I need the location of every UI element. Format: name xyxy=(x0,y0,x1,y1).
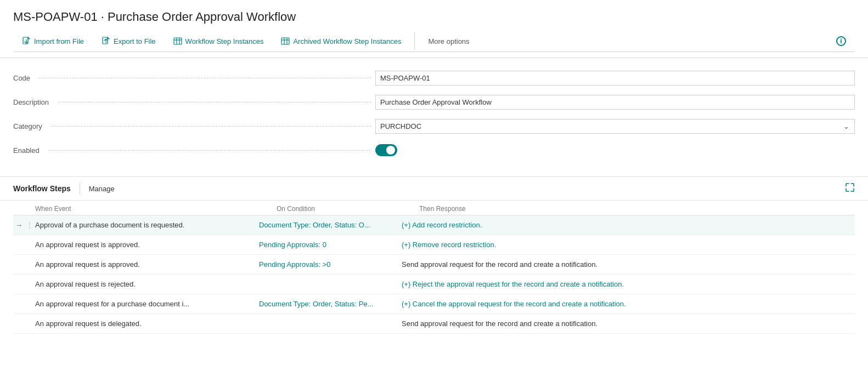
import-from-file-button[interactable]: Import from File xyxy=(13,31,93,51)
table-body: → ⋮ Approval of a purchase document is r… xyxy=(13,215,855,334)
row-then-response: Send approval request for the record and… xyxy=(397,257,855,272)
row-on-condition: Pending Approvals: 0 xyxy=(255,237,397,252)
row-on-condition xyxy=(255,321,397,327)
archived-instances-label: Archived Workflow Step Instances xyxy=(293,37,401,45)
row-when-event: An approval request is delegated. xyxy=(35,316,255,331)
workflow-instances-label: Workflow Step Instances xyxy=(185,37,264,45)
drag-handle[interactable]: ⋮ xyxy=(26,221,35,229)
enabled-field xyxy=(375,144,855,156)
col-then-response-header: Then Response xyxy=(419,205,855,213)
archived-workflow-step-instances-button[interactable]: Archived Workflow Step Instances xyxy=(272,31,410,51)
table-header: When Event On Condition Then Response xyxy=(13,201,855,215)
row-when-event: An approval request is rejected. xyxy=(35,277,255,292)
expand-icon[interactable] xyxy=(845,182,855,195)
row-then-response: (+) Add record restriction. xyxy=(397,218,855,232)
import-label: Import from File xyxy=(34,37,84,45)
page-header: MS-POAPW-01 · Purchase Order Approval Wo… xyxy=(0,0,868,58)
export-label: Export to File xyxy=(114,37,156,45)
import-icon xyxy=(22,37,31,45)
category-row: Category PURCHDOC ⌄ xyxy=(13,117,855,135)
category-dots xyxy=(51,126,371,127)
category-label-group: Category xyxy=(13,122,375,130)
category-select[interactable]: PURCHDOC xyxy=(375,119,855,134)
description-field xyxy=(375,95,855,110)
archived-instances-icon xyxy=(281,37,290,45)
code-field xyxy=(375,71,855,85)
enabled-toggle[interactable] xyxy=(375,144,397,156)
workflow-instances-icon xyxy=(173,37,182,45)
table-row[interactable]: An approval request for a purchase docum… xyxy=(13,294,855,314)
page-title: MS-POAPW-01 · Purchase Order Approval Wo… xyxy=(13,10,855,24)
description-dots xyxy=(58,102,371,102)
info-icon: i xyxy=(836,36,846,46)
row-then-response: (+) Reject the approval request for the … xyxy=(397,277,855,292)
col-when-event-header: When Event xyxy=(35,205,277,213)
code-dots xyxy=(39,78,371,78)
workflow-steps-title: Workflow Steps xyxy=(13,184,71,193)
row-when-event: An approval request is approved. xyxy=(35,257,255,272)
row-then-response: Send approval request for the record and… xyxy=(397,316,855,331)
row-on-condition xyxy=(255,281,397,288)
more-options-label: More options xyxy=(428,37,469,45)
toolbar: Import from File Export to File xyxy=(13,31,855,52)
info-button[interactable]: i xyxy=(827,31,855,52)
enabled-label: Enabled xyxy=(13,146,40,155)
export-icon xyxy=(102,37,110,45)
code-row: Code xyxy=(13,69,855,87)
category-field: PURCHDOC ⌄ xyxy=(375,119,855,134)
workflow-steps-header: Workflow Steps Manage xyxy=(0,177,868,201)
category-select-wrapper: PURCHDOC ⌄ xyxy=(375,119,855,134)
table-row[interactable]: → ⋮ Approval of a purchase document is r… xyxy=(13,215,855,235)
description-row: Description xyxy=(13,93,855,111)
table-section: When Event On Condition Then Response → … xyxy=(0,201,868,334)
row-on-condition: Pending Approvals: >0 xyxy=(255,257,397,272)
table-row[interactable]: An approval request is approved. Pending… xyxy=(13,235,855,255)
col-on-condition-header: On Condition xyxy=(277,205,419,213)
enabled-row: Enabled xyxy=(13,141,855,159)
toolbar-separator xyxy=(414,32,415,50)
table-row[interactable]: An approval request is rejected. (+) Rej… xyxy=(13,275,855,294)
more-options-button[interactable]: More options xyxy=(419,32,478,51)
svg-rect-2 xyxy=(174,38,182,44)
row-when-event: An approval request for a purchase docum… xyxy=(35,296,255,311)
svg-rect-1 xyxy=(103,37,108,44)
row-on-condition: Document Type: Order, Status: O... xyxy=(255,218,397,232)
row-then-response: (+) Cancel the approval request for the … xyxy=(397,296,855,311)
manage-button[interactable]: Manage xyxy=(89,185,115,193)
code-input[interactable] xyxy=(375,71,855,85)
description-label: Description xyxy=(13,98,49,106)
description-label-group: Description xyxy=(13,98,375,106)
row-then-response: (+) Remove record restriction. xyxy=(397,237,855,252)
form-section: Code Description Category PURCHDOC ⌄ xyxy=(0,58,868,177)
row-on-condition: Document Type: Order, Status: Pe... xyxy=(255,296,397,311)
enabled-dots xyxy=(48,150,371,151)
category-label: Category xyxy=(13,122,42,130)
code-label: Code xyxy=(13,74,30,82)
workflow-step-instances-button[interactable]: Workflow Step Instances xyxy=(165,31,273,51)
toggle-slider xyxy=(375,144,397,156)
code-label-group: Code xyxy=(13,74,375,82)
table-row[interactable]: An approval request is approved. Pending… xyxy=(13,255,855,275)
export-to-file-button[interactable]: Export to File xyxy=(93,31,165,51)
row-arrow: → xyxy=(13,221,26,229)
row-when-event: Approval of a purchase document is reque… xyxy=(35,218,255,232)
enabled-label-group: Enabled xyxy=(13,146,375,155)
row-when-event: An approval request is approved. xyxy=(35,237,255,252)
svg-rect-6 xyxy=(281,38,289,44)
description-input[interactable] xyxy=(375,95,855,110)
workflow-steps-separator xyxy=(80,183,80,194)
table-row[interactable]: An approval request is delegated. Send a… xyxy=(13,314,855,334)
